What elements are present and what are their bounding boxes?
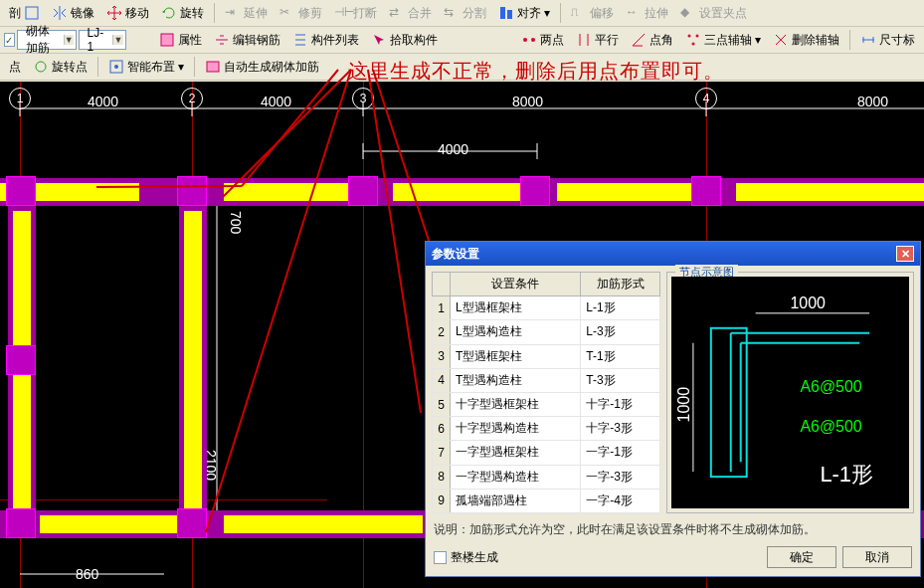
tool-pointangle[interactable]: 点角 — [626, 29, 678, 52]
tool-merge: ⇄合并 — [384, 2, 437, 25]
tool-autogen[interactable]: 自动生成砌体加筋 — [200, 56, 324, 79]
tool-break: ⊣⊢打断 — [329, 2, 382, 25]
param-table[interactable]: 设置条件加筋形式 1L型遇框架柱L-1形 2L型遇构造柱L-3形 3T型遇框架柱… — [432, 272, 660, 513]
axis-bubble: 3 — [352, 88, 374, 109]
cut-icon — [24, 5, 40, 21]
tool-memberlist[interactable]: 构件列表 — [287, 29, 364, 52]
svg-rect-2 — [507, 10, 512, 19]
merge-label: 合并 — [408, 5, 432, 22]
tool-pick[interactable]: 拾取构件 — [366, 29, 443, 52]
tool-offset: ⎍偏移 — [566, 2, 619, 25]
dimension-text: 700 — [228, 211, 244, 234]
table-row[interactable]: 7一字型遇框架柱一字-1形 — [433, 441, 660, 465]
chevron-down-icon: ▼ — [112, 35, 124, 45]
member-name-dropdown[interactable]: LJ-1▼ — [79, 30, 127, 50]
mirror-icon — [52, 5, 68, 21]
axis-bubble: 1 — [9, 88, 31, 109]
parallel-label: 平行 — [595, 32, 619, 49]
tool-rotate[interactable]: 旋转 — [156, 2, 209, 25]
tool-threeaux[interactable]: 三点辅轴 ▾ — [680, 29, 766, 52]
stretch-icon: ↔ — [626, 5, 642, 21]
member-type-value: 砌体加筋 — [20, 23, 64, 57]
axis-bubble: 2 — [181, 88, 203, 109]
tool-mirror[interactable]: 镜像 — [47, 2, 99, 25]
rotate-icon — [161, 5, 177, 21]
member-type-dropdown[interactable]: 砌体加筋▼ — [17, 30, 77, 50]
deleteaux-label: 删除辅轴 — [792, 32, 839, 49]
dialog-description: 说明：加筋形式允许为空，此时在满足该设置条件时将不生成砌体加筋。 — [434, 521, 912, 538]
dimension-text: 4000 — [88, 94, 118, 109]
cancel-button[interactable]: 取消 — [842, 546, 912, 568]
separator — [849, 30, 850, 50]
tool-origin[interactable]: 点 — [4, 56, 26, 79]
move-icon — [106, 5, 122, 21]
offset-label: 偏移 — [590, 5, 614, 22]
table-row[interactable]: 5十字型遇框架柱十字-1形 — [433, 392, 660, 416]
twopt-label: 两点 — [540, 32, 564, 49]
table-row[interactable]: 2L型遇构造柱L-3形 — [433, 320, 660, 344]
threeaux-label: 三点辅轴 — [704, 32, 752, 49]
svg-text:A6@500: A6@500 — [800, 379, 861, 396]
wholefloor-checkbox[interactable]: 整楼生成 — [434, 549, 498, 566]
dialog-title: 参数设置 — [432, 246, 479, 263]
tool-split: ⇆分割 — [439, 2, 491, 25]
tool-rotatept[interactable]: 旋转点 — [28, 56, 92, 79]
trim-icon: ✂ — [279, 5, 295, 21]
separator — [214, 3, 215, 23]
autogen-icon — [205, 59, 221, 75]
smart-label: 智能布置 — [127, 59, 175, 76]
align-label: 对齐 — [517, 5, 541, 22]
svg-rect-1 — [500, 7, 505, 19]
type-checkbox[interactable]: ✓ — [4, 33, 15, 47]
dialog-titlebar[interactable]: 参数设置 ✕ — [426, 242, 920, 266]
tool-parallel[interactable]: 平行 — [571, 29, 624, 52]
tool-attr[interactable]: 属性 — [154, 29, 207, 52]
attr-icon — [159, 32, 175, 48]
rotatept-icon — [33, 59, 49, 75]
separator — [97, 57, 98, 77]
dimmark-label: 尺寸标 — [879, 32, 915, 49]
tool-deleteaux[interactable]: 删除辅轴 — [768, 29, 844, 52]
trim-label: 修剪 — [298, 5, 322, 22]
preview-group: 节点示意图 1000 1000 A6@500 A6@500 — [666, 272, 914, 513]
tool-smart[interactable]: 智能布置 ▾ — [103, 56, 189, 79]
chevron-down-icon: ▼ — [64, 35, 74, 45]
table-row[interactable]: 3T型遇框架柱T-1形 — [433, 344, 660, 368]
close-button[interactable]: ✕ — [896, 246, 914, 262]
svg-point-9 — [36, 62, 46, 72]
threeaux-icon — [685, 32, 701, 48]
member-name-value: LJ-1 — [82, 26, 112, 54]
split-icon: ⇆ — [444, 5, 460, 21]
svg-point-7 — [696, 35, 699, 38]
origin-label: 点 — [9, 59, 21, 76]
separator — [560, 3, 561, 23]
table-row[interactable]: 6十字型遇构造柱十字-3形 — [433, 417, 660, 441]
merge-icon: ⇄ — [389, 5, 405, 21]
tool-cut[interactable]: 剖 — [4, 2, 45, 25]
annotation-text: 这里生成不正常，删除后用点布置即可。 — [348, 58, 724, 85]
tool-align[interactable]: 对齐 ▾ — [493, 2, 555, 25]
table-row[interactable]: 1L型遇框架柱L-1形 — [433, 296, 660, 320]
deleteaux-icon — [773, 32, 789, 48]
table-row[interactable]: 4T型遇构造柱T-3形 — [433, 368, 660, 392]
list-icon — [292, 32, 308, 48]
tool-editrebar[interactable]: 编辑钢筋 — [209, 29, 285, 52]
table-row[interactable]: 9孤墙端部遇柱一字-4形 — [433, 489, 660, 512]
mirror-label: 镜像 — [71, 5, 94, 22]
table-row[interactable]: 8一字型遇构造柱一字-3形 — [433, 465, 660, 489]
svg-point-8 — [692, 43, 695, 46]
tool-move[interactable]: 移动 — [101, 2, 154, 25]
pointangle-icon — [631, 32, 647, 48]
th-form: 加筋形式 — [581, 273, 660, 296]
setclip-label: 设置夹点 — [699, 5, 747, 22]
setclip-icon: ◆ — [680, 5, 696, 21]
th-condition: 设置条件 — [451, 273, 581, 296]
tool-dimmark[interactable]: 尺寸标 — [855, 29, 920, 52]
tool-twopt[interactable]: 两点 — [516, 29, 569, 52]
axis-bubble: 4 — [695, 88, 717, 109]
wholefloor-label: 整楼生成 — [451, 549, 498, 566]
tool-setclip: ◆设置夹点 — [675, 2, 752, 25]
svg-point-6 — [688, 35, 691, 38]
ok-button[interactable]: 确定 — [767, 546, 836, 568]
move-label: 移动 — [125, 5, 149, 22]
